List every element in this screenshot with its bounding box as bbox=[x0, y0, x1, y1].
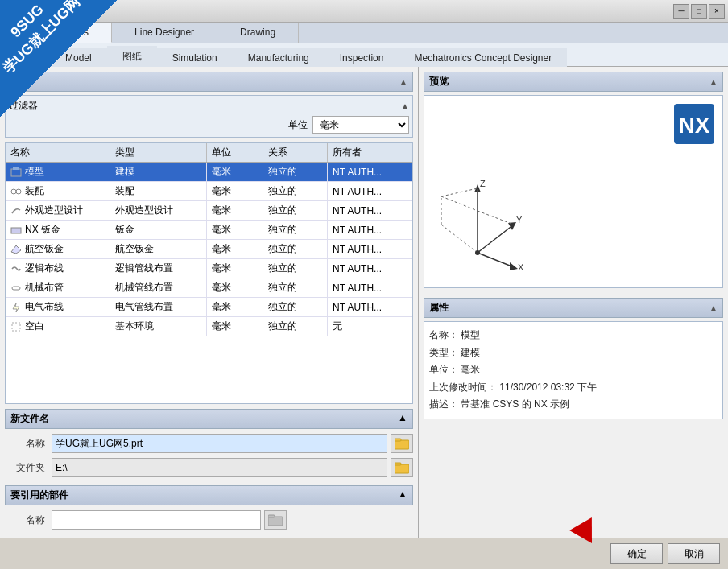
svg-rect-1 bbox=[13, 167, 19, 170]
svg-line-29 bbox=[478, 211, 514, 225]
new-file-header: 新文件名 ▲ bbox=[5, 409, 413, 429]
nx-logo: NX bbox=[674, 104, 714, 144]
folder-input[interactable] bbox=[52, 458, 387, 477]
cell-unit: 毫米 bbox=[207, 163, 263, 181]
prop-type-label: 类型： bbox=[429, 347, 458, 358]
svg-line-24 bbox=[441, 225, 478, 253]
preview-arrow[interactable]: ▲ bbox=[709, 77, 718, 86]
table-row[interactable]: 电气布线 电气管线布置 毫米 独立的 NT AUTH... bbox=[6, 298, 412, 317]
right-panel: 预览 ▲ NX Z bbox=[419, 67, 728, 538]
svg-point-2 bbox=[11, 189, 16, 194]
preview-area: NX Z Y bbox=[424, 95, 723, 288]
sub-tab-tuzhi[interactable]: 图纸 bbox=[107, 46, 157, 67]
logic-icon bbox=[10, 263, 22, 274]
cell-name: 模型 bbox=[6, 163, 110, 181]
table-row[interactable]: 外观造型设计 外观造型设计 毫米 独立的 NT AUTH... bbox=[6, 201, 412, 221]
prop-modified-value: 11/30/2012 03:32 下午 bbox=[499, 381, 597, 393]
new-file-form: 新文件名 ▲ 名称 文件夹 bbox=[5, 404, 413, 482]
unit-label: 单位 bbox=[288, 118, 308, 132]
cell-name: 航空钣金 bbox=[6, 240, 110, 258]
model-section-header: 模板 ▲ bbox=[5, 72, 413, 92]
cell-name: 空白 bbox=[6, 317, 110, 336]
confirm-button[interactable]: 确定 bbox=[610, 543, 663, 564]
elec-icon bbox=[10, 302, 22, 313]
svg-text:Y: Y bbox=[516, 215, 523, 225]
model-section-title: 模板 bbox=[10, 75, 30, 89]
mech-icon bbox=[10, 282, 22, 294]
table-row[interactable]: 装配 装配 毫米 独立的 NT AUTH... bbox=[6, 182, 412, 201]
table-row[interactable]: 模型 建模 毫米 独立的 NT AUTH... bbox=[6, 163, 412, 182]
svg-line-27 bbox=[441, 196, 478, 211]
model-section-arrow[interactable]: ▲ bbox=[399, 77, 407, 86]
tab-ship-structures[interactable]: Ship Structures bbox=[0, 23, 112, 43]
prop-desc-value: 带基准 CSYS 的 NX 示例 bbox=[461, 398, 569, 410]
sub-tab-mechatronics[interactable]: Mechatronics Concept Designer bbox=[399, 48, 567, 67]
props-arrow[interactable]: ▲ bbox=[709, 303, 718, 312]
svg-rect-8 bbox=[395, 439, 401, 441]
ref-folder-button[interactable] bbox=[264, 510, 287, 530]
svg-rect-12 bbox=[268, 515, 275, 517]
col-relation: 关系 bbox=[263, 143, 328, 162]
sub-tab-simulation[interactable]: Simulation bbox=[157, 48, 233, 67]
sub-tab-model[interactable]: Model bbox=[50, 48, 107, 67]
new-file-arrow[interactable]: ▲ bbox=[398, 412, 407, 426]
filter-header: 过滤器 ▲ bbox=[9, 99, 409, 113]
col-owner: 所有者 bbox=[328, 143, 412, 162]
maximize-button[interactable]: □ bbox=[691, 4, 707, 19]
prop-name: 名称： 模型 bbox=[429, 327, 718, 344]
svg-marker-22 bbox=[510, 262, 518, 270]
preview-title: 预览 bbox=[429, 75, 449, 89]
cell-relation: 独立的 bbox=[263, 163, 328, 181]
prop-modified: 上次修改时间： 11/30/2012 03:32 下午 bbox=[429, 379, 718, 397]
col-name: 名称 bbox=[6, 143, 110, 162]
prop-desc: 描述： 带基准 CSYS 的 NX 示例 bbox=[429, 396, 718, 414]
svg-line-18 bbox=[478, 225, 514, 253]
cell-name: 逻辑布线 bbox=[6, 259, 110, 278]
ref-name-input[interactable] bbox=[52, 510, 261, 530]
prop-desc-label: 描述： bbox=[429, 398, 458, 410]
tab-drawing[interactable]: Drawing bbox=[217, 23, 299, 43]
minimize-button[interactable]: ─ bbox=[673, 4, 689, 19]
table-row[interactable]: 逻辑布线 逻辑管线布置 毫米 独立的 NT AUTH... bbox=[6, 259, 412, 278]
filter-arrow[interactable]: ▲ bbox=[401, 101, 409, 110]
name-folder-button[interactable] bbox=[391, 434, 413, 453]
ref-parts-arrow[interactable]: ▲ bbox=[398, 489, 407, 502]
coordinate-axes: Z Y X bbox=[429, 172, 526, 277]
table-row[interactable]: 空白 基本环境 毫米 独立的 无 bbox=[6, 317, 412, 336]
unit-select[interactable]: 毫米 bbox=[312, 116, 409, 134]
svg-text:Z: Z bbox=[480, 179, 486, 188]
folder-label: 文件夹 bbox=[5, 461, 45, 475]
name-input[interactable] bbox=[52, 434, 387, 453]
folder-icon bbox=[395, 437, 409, 450]
blank-icon bbox=[10, 321, 22, 332]
filter-label: 过滤器 bbox=[9, 99, 38, 113]
cancel-button[interactable]: 取消 bbox=[668, 543, 720, 564]
close-button[interactable]: × bbox=[709, 4, 725, 19]
cell-name: 机械布管 bbox=[6, 278, 110, 297]
table-row[interactable]: 机械布管 机械管线布置 毫米 独立的 NT AUTH... bbox=[6, 278, 412, 298]
title-bar: ─ □ × bbox=[0, 0, 728, 23]
svg-rect-9 bbox=[395, 464, 409, 473]
sub-tab-manufacturing[interactable]: Manufacturing bbox=[233, 48, 325, 67]
svg-rect-7 bbox=[395, 440, 409, 449]
cell-type: 建模 bbox=[110, 163, 207, 181]
svg-point-30 bbox=[475, 250, 480, 255]
svg-line-21 bbox=[478, 253, 514, 267]
folder-icon-3 bbox=[268, 513, 283, 526]
table-row[interactable]: NX 钣金 钣金 毫米 独立的 NT AUTH... bbox=[6, 221, 412, 240]
sub-tab-moxing[interactable]: 模型 bbox=[0, 45, 50, 67]
table-row[interactable]: 航空钣金 航空钣金 毫米 独立的 NT AUTH... bbox=[6, 240, 412, 259]
prop-unit-label: 单位： bbox=[429, 364, 458, 375]
sub-tab-inspection[interactable]: Inspection bbox=[325, 48, 399, 67]
aero-icon bbox=[10, 244, 22, 255]
design-icon bbox=[10, 205, 22, 216]
table-header: 名称 类型 单位 关系 所有者 bbox=[6, 143, 412, 163]
tab-line-designer[interactable]: Line Designer bbox=[112, 23, 217, 43]
content-area: 模板 ▲ 过滤器 ▲ 单位 毫米 名称 bbox=[0, 67, 728, 538]
folder-folder-button[interactable] bbox=[391, 458, 413, 477]
cell-name: NX 钣金 bbox=[6, 221, 110, 239]
name-label: 名称 bbox=[5, 437, 45, 451]
props-section-header: 属性 ▲ bbox=[424, 298, 723, 318]
file-table: 名称 类型 单位 关系 所有者 模型 建模 毫米 独立的 NT AUTH... bbox=[5, 142, 413, 404]
ribbon-area: Ship Structures Line Designer Drawing 模型… bbox=[0, 23, 728, 67]
